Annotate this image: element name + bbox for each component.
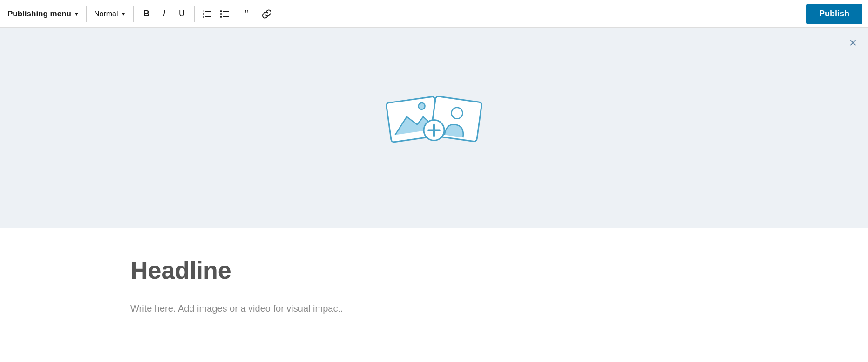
publish-button[interactable]: Publish xyxy=(806,4,862,24)
italic-button[interactable]: I xyxy=(156,6,173,22)
svg-point-14 xyxy=(418,102,426,110)
link-button[interactable] xyxy=(258,6,275,22)
underline-button[interactable]: U xyxy=(174,6,190,22)
divider-2 xyxy=(133,6,134,22)
format-label: Normal xyxy=(94,10,118,18)
list-buttons: 1 2 3 xyxy=(198,6,233,22)
content-area: Headline Write here. Add images or a vid… xyxy=(0,228,868,362)
format-chevron-icon: ▾ xyxy=(122,11,125,17)
publishing-menu-label: Publishing menu xyxy=(7,9,71,19)
formatting-buttons: B I U xyxy=(138,6,190,22)
media-area: × xyxy=(0,28,868,228)
extra-buttons: " xyxy=(241,6,275,22)
svg-text:3: 3 xyxy=(203,15,204,18)
quote-button[interactable]: " xyxy=(241,6,258,22)
format-select[interactable]: Normal ▾ xyxy=(90,0,129,27)
divider-3 xyxy=(194,6,195,22)
svg-point-9 xyxy=(220,10,222,12)
unordered-list-button[interactable] xyxy=(216,6,233,22)
divider-4 xyxy=(237,6,237,22)
body-placeholder-text[interactable]: Write here. Add images or a video for vi… xyxy=(130,301,738,316)
headline[interactable]: Headline xyxy=(130,256,738,284)
publishing-menu-chevron-icon: ▾ xyxy=(75,11,78,17)
publishing-menu-button[interactable]: Publishing menu ▾ xyxy=(6,0,82,27)
svg-text:": " xyxy=(244,9,248,19)
ordered-list-button[interactable]: 1 2 3 xyxy=(198,6,215,22)
svg-point-10 xyxy=(220,13,222,15)
bold-button[interactable]: B xyxy=(138,6,155,22)
toolbar: Publishing menu ▾ Normal ▾ B I U 1 2 3 xyxy=(0,0,868,28)
close-button[interactable]: × xyxy=(849,36,857,49)
svg-point-11 xyxy=(220,16,222,18)
divider-1 xyxy=(86,6,87,22)
media-placeholder-icon[interactable] xyxy=(383,91,485,165)
